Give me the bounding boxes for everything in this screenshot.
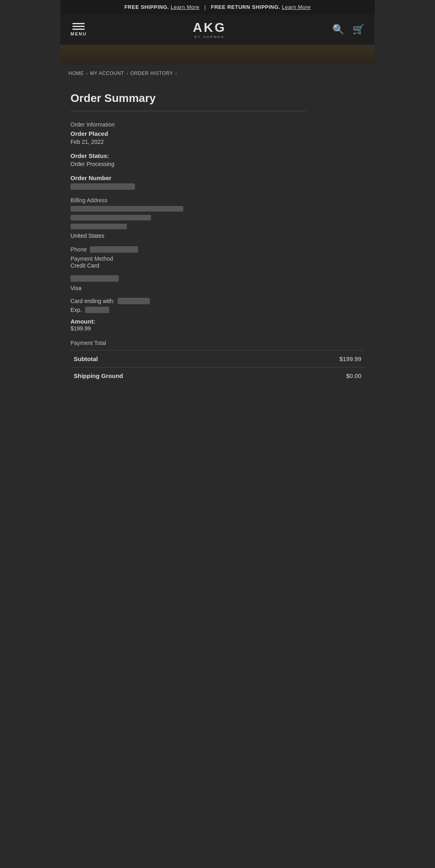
hero-area — [60, 45, 375, 65]
shipping-value: $0.00 — [346, 372, 361, 379]
amount-row: Amount: $199.99 — [70, 318, 365, 332]
address-line-1 — [70, 206, 183, 212]
shipping-row: Shipping Ground $0.00 — [70, 367, 365, 384]
logo[interactable]: AKG by HARMAN — [193, 20, 226, 39]
exp-label: Exp. — [70, 307, 82, 313]
logo-main-text: AKG — [193, 20, 226, 35]
order-status-value: Order Processing — [70, 161, 365, 167]
order-number-value — [70, 183, 365, 190]
exp-redacted — [85, 307, 109, 313]
page-title: Order Summary — [70, 92, 365, 105]
breadcrumb-separator-3: › — [176, 71, 177, 76]
order-placed-value: Feb 21, 2022 — [70, 139, 365, 145]
phone-redacted — [90, 246, 138, 253]
main-content: Order Summary Order Information Order Pl… — [60, 82, 375, 394]
menu-label: MENU — [70, 31, 87, 36]
payment-total-label: Payment Total — [70, 340, 365, 346]
banner-separator: | — [204, 4, 206, 10]
order-status-section: Order Status: Order Processing — [70, 152, 365, 167]
payment-method-section: Payment Method Credit Card — [70, 255, 365, 282]
phone-label: Phone — [70, 246, 87, 253]
order-number-section: Order Number — [70, 174, 365, 190]
learn-more-link-2[interactable]: Learn More — [282, 4, 311, 10]
free-shipping-label: FREE SHIPPING. — [124, 4, 169, 10]
order-number-redacted — [70, 183, 135, 190]
header-icons: 🔍 🛒 — [332, 24, 365, 35]
order-placed-label: Order Placed — [70, 130, 365, 137]
subtotal-row: Subtotal $199.99 — [70, 350, 365, 367]
card-exp-row: Exp. — [70, 307, 365, 313]
breadcrumb: HOME › MY ACCOUNT › ORDER HISTORY › — [60, 65, 375, 82]
amount-label: Amount: — [70, 318, 95, 325]
card-ending-row: Card ending with: — [70, 298, 365, 304]
credit-card-label: Credit Card — [70, 262, 365, 269]
logo-sub-text: by HARMAN — [195, 35, 224, 39]
breadcrumb-current: ORDER HISTORY — [130, 71, 173, 76]
amount-value: $199.99 — [70, 325, 365, 332]
order-info-section: Order Information Order Placed Feb 21, 2… — [70, 121, 365, 145]
address-line-3 — [70, 224, 127, 229]
card-ending-redacted — [118, 298, 150, 304]
card-details-section: Visa Card ending with: Exp. Amount: $199… — [70, 285, 365, 332]
card-ending-label: Card ending with: — [70, 298, 114, 304]
billing-address-section: Billing Address United States — [70, 197, 365, 239]
card-number-redacted — [70, 275, 119, 282]
title-divider — [70, 111, 306, 111]
breadcrumb-separator-1: › — [86, 71, 87, 76]
breadcrumb-separator-2: › — [126, 71, 128, 76]
search-icon[interactable]: 🔍 — [332, 24, 344, 35]
shipping-label: Shipping Ground — [74, 372, 123, 379]
learn-more-link-1[interactable]: Learn More — [171, 4, 199, 10]
address-line-2 — [70, 215, 151, 220]
billing-address-label: Billing Address — [70, 197, 365, 204]
breadcrumb-my-account[interactable]: MY ACCOUNT — [90, 71, 124, 76]
menu-button[interactable]: MENU — [70, 23, 87, 36]
order-number-label: Order Number — [70, 174, 365, 181]
payment-method-label: Payment Method — [70, 255, 113, 262]
order-status-label: Order Status: — [70, 152, 365, 159]
country-value: United States — [70, 233, 365, 239]
payment-totals-section: Payment Total Subtotal $199.99 Shipping … — [70, 340, 365, 384]
order-info-label: Order Information — [70, 121, 365, 128]
free-return-label: FREE RETURN SHIPPING. — [211, 4, 280, 10]
top-banner: FREE SHIPPING. Learn More | FREE RETURN … — [60, 0, 375, 14]
phone-section: Phone — [70, 246, 365, 253]
header: MENU AKG by HARMAN 🔍 🛒 — [60, 14, 375, 45]
subtotal-value: $199.99 — [340, 355, 361, 362]
visa-label: Visa — [70, 285, 365, 291]
cart-icon[interactable]: 🛒 — [352, 24, 365, 35]
subtotal-label: Subtotal — [74, 355, 98, 362]
breadcrumb-home[interactable]: HOME — [68, 71, 84, 76]
hamburger-icon — [72, 23, 85, 30]
